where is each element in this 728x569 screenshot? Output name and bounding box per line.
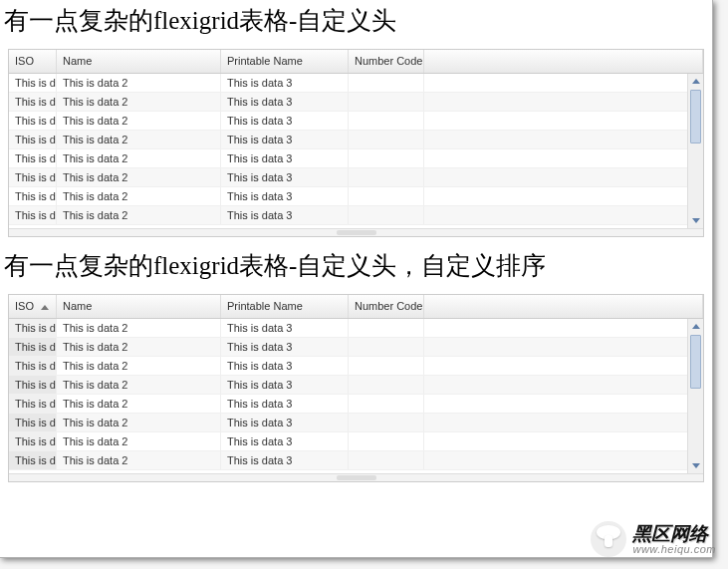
table-cell: This is da xyxy=(9,451,57,469)
scroll-thumb[interactable] xyxy=(690,90,701,143)
hscroll-thumb[interactable] xyxy=(337,475,376,480)
table-cell: This is da xyxy=(9,376,57,394)
table-cell: This is data 3 xyxy=(221,168,349,186)
table-cell: This is data 2 xyxy=(57,149,221,167)
table-row[interactable]: This is daThis is data 2This is data 3 xyxy=(9,149,703,168)
table-cell: This is data 2 xyxy=(57,357,221,375)
table-cell xyxy=(424,168,703,186)
table-cell xyxy=(349,74,424,92)
table-cell xyxy=(349,319,424,337)
table-cell: This is data 2 xyxy=(57,112,221,130)
table-cell xyxy=(349,187,424,205)
table-cell: This is data 2 xyxy=(57,168,221,186)
sort-asc-icon xyxy=(41,305,49,310)
table-cell xyxy=(349,338,424,356)
table-cell: This is data 2 xyxy=(57,451,221,469)
col-blank xyxy=(424,50,703,73)
table-cell xyxy=(349,376,424,394)
table-cell: This is da xyxy=(9,112,57,130)
table-cell: This is data 2 xyxy=(57,131,221,148)
table-cell: This is data 2 xyxy=(57,74,221,92)
table-row[interactable]: This is daThis is data 2This is data 3 xyxy=(9,131,703,149)
hscroll-thumb[interactable] xyxy=(337,230,376,235)
table-cell: This is data 3 xyxy=(221,93,349,111)
table-cell: This is da xyxy=(9,414,57,431)
table-cell: This is data 3 xyxy=(221,149,349,167)
table-row[interactable]: This is daThis is data 2This is data 3 xyxy=(9,112,703,131)
table-cell xyxy=(424,319,703,337)
table-cell: This is data 3 xyxy=(221,376,349,394)
table-cell xyxy=(424,338,703,356)
vertical-scrollbar[interactable] xyxy=(687,74,703,228)
table-cell: This is da xyxy=(9,93,57,111)
flexigrid-1: ISO Name Printable Name Number Code This… xyxy=(8,49,704,237)
table-row[interactable]: This is daThis is data 2This is data 3 xyxy=(9,168,703,187)
table-cell xyxy=(424,93,703,111)
table-cell xyxy=(424,357,703,375)
horizontal-scrollbar[interactable] xyxy=(9,473,703,481)
table-cell: This is data 3 xyxy=(221,112,349,130)
col-printable[interactable]: Printable Name xyxy=(221,295,349,318)
table-cell: This is da xyxy=(9,168,57,186)
table-cell: This is data 2 xyxy=(57,93,221,111)
scroll-thumb[interactable] xyxy=(690,335,701,389)
col-iso[interactable]: ISO xyxy=(9,50,57,73)
table-cell xyxy=(424,112,703,130)
table-cell: This is data 2 xyxy=(57,376,221,394)
table-cell: This is data 3 xyxy=(221,357,349,375)
table-cell xyxy=(349,357,424,375)
table-row[interactable]: This is daThis is data 2This is data 3 xyxy=(9,395,703,414)
col-blank xyxy=(424,295,703,318)
table-cell xyxy=(349,432,424,450)
col-iso-sorted[interactable]: ISO xyxy=(9,295,57,318)
table-cell xyxy=(424,451,703,469)
table-cell xyxy=(424,432,703,450)
table-cell: This is da xyxy=(9,187,57,205)
table-cell: This is data 2 xyxy=(57,187,221,205)
table-cell: This is da xyxy=(9,206,57,224)
table-cell xyxy=(424,74,703,92)
table-cell xyxy=(424,149,703,167)
table-cell xyxy=(424,131,703,148)
grid2-title: 有一点复杂的flexigrid表格-自定义头，自定义排序 xyxy=(0,245,712,294)
table-cell xyxy=(424,187,703,205)
col-name[interactable]: Name xyxy=(57,295,221,318)
col-number-code[interactable]: Number Code xyxy=(349,295,424,318)
table-cell: This is data 3 xyxy=(221,74,349,92)
table-cell: This is data 2 xyxy=(57,206,221,224)
col-printable[interactable]: Printable Name xyxy=(221,50,349,73)
table-cell xyxy=(349,395,424,413)
scroll-down-icon[interactable] xyxy=(692,463,700,468)
table-cell xyxy=(349,131,424,148)
table-cell: This is da xyxy=(9,395,57,413)
col-name[interactable]: Name xyxy=(57,50,221,73)
scroll-down-icon[interactable] xyxy=(692,218,700,223)
table-cell: This is data 3 xyxy=(221,187,349,205)
table-cell xyxy=(349,414,424,431)
table-row[interactable]: This is daThis is data 2This is data 3 xyxy=(9,93,703,112)
col-number-code[interactable]: Number Code xyxy=(349,50,424,73)
table-row[interactable]: This is daThis is data 2This is data 3 xyxy=(9,187,703,206)
scroll-up-icon[interactable] xyxy=(692,79,700,84)
table-cell: This is da xyxy=(9,131,57,148)
table-row[interactable]: This is daThis is data 2This is data 3 xyxy=(9,206,703,225)
table-cell xyxy=(424,206,703,224)
table-cell: This is data 3 xyxy=(221,131,349,148)
table-cell: This is da xyxy=(9,74,57,92)
table-row[interactable]: This is daThis is data 2This is data 3 xyxy=(9,338,703,357)
table-row[interactable]: This is daThis is data 2This is data 3 xyxy=(9,414,703,432)
table-row[interactable]: This is daThis is data 2This is data 3 xyxy=(9,319,703,338)
table-cell: This is da xyxy=(9,149,57,167)
vertical-scrollbar[interactable] xyxy=(687,319,703,473)
table-cell: This is data 2 xyxy=(57,432,221,450)
table-row[interactable]: This is daThis is data 2This is data 3 xyxy=(9,432,703,451)
table-cell: This is da xyxy=(9,432,57,450)
table-row[interactable]: This is daThis is data 2This is data 3 xyxy=(9,451,703,470)
grid1-body: This is daThis is data 2This is data 3Th… xyxy=(9,74,703,228)
horizontal-scrollbar[interactable] xyxy=(9,228,703,236)
table-row[interactable]: This is daThis is data 2This is data 3 xyxy=(9,357,703,376)
table-cell: This is data 3 xyxy=(221,338,349,356)
table-row[interactable]: This is daThis is data 2This is data 3 xyxy=(9,74,703,93)
scroll-up-icon[interactable] xyxy=(692,324,700,329)
table-row[interactable]: This is daThis is data 2This is data 3 xyxy=(9,376,703,395)
